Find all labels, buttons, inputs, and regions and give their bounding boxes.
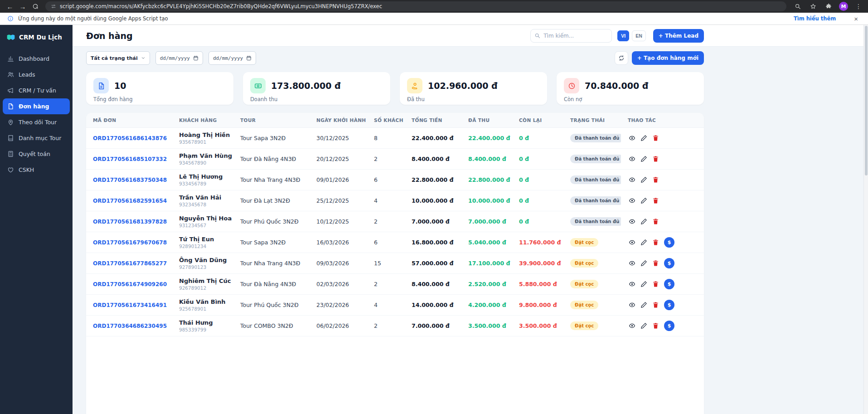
add-lead-button[interactable]: + Thêm Lead — [653, 29, 704, 43]
collect-payment-button[interactable]: $ — [664, 300, 674, 310]
view-button[interactable] — [628, 301, 636, 309]
departure-date: 23/02/2026 — [310, 302, 367, 308]
banner-close-icon[interactable]: × — [851, 14, 861, 24]
paid-amount: 22.400.000 đ — [461, 135, 512, 141]
view-button[interactable] — [628, 196, 636, 205]
profile-avatar[interactable]: M — [839, 2, 848, 11]
delete-button[interactable] — [651, 134, 660, 142]
learn-more-link[interactable]: Tìm hiểu thêm — [794, 15, 836, 22]
book-icon — [7, 135, 14, 141]
pencil-icon — [640, 239, 647, 246]
view-button[interactable] — [628, 259, 636, 268]
browser-forward-button[interactable]: → — [17, 1, 28, 12]
sidebar-item-settlement[interactable]: Quyết toán — [0, 146, 73, 162]
extensions-icon[interactable] — [824, 1, 834, 11]
dashboard-icon — [7, 55, 14, 62]
tour-name: Tour Nha Trang 4N3Đ — [233, 176, 310, 183]
edit-button[interactable] — [640, 134, 648, 142]
table-row: ORD1770561682591654 Trần Văn Hải 9323456… — [86, 190, 704, 211]
delete-button[interactable] — [651, 280, 660, 288]
browser-back-button[interactable]: ← — [5, 1, 15, 12]
delete-button[interactable] — [651, 217, 660, 226]
collect-payment-button[interactable]: $ — [664, 321, 674, 331]
brand: CRM Du Lịch — [0, 25, 73, 48]
bookmark-star-icon[interactable] — [808, 1, 818, 11]
zoom-icon[interactable] — [793, 1, 803, 11]
search-input[interactable] — [530, 29, 612, 43]
edit-button[interactable] — [640, 301, 648, 309]
sidebar-item-tour-tracking[interactable]: Theo dõi Tour — [0, 114, 73, 130]
edit-button[interactable] — [640, 280, 648, 288]
order-id-link[interactable]: ORD1770561673416491 — [93, 302, 167, 308]
delete-button[interactable] — [651, 321, 660, 330]
sidebar-item-cskh[interactable]: CSKH — [0, 162, 73, 178]
browser-reload-button[interactable] — [30, 1, 41, 12]
view-button[interactable] — [628, 217, 636, 226]
language-en-button[interactable]: EN — [632, 30, 646, 41]
guest-count: 15 — [367, 260, 405, 267]
edit-button[interactable] — [640, 238, 648, 247]
table-row: ORD1770561673416491 Kiều Văn Bình 925678… — [86, 295, 704, 316]
order-id-link[interactable]: ORD1770561674909260 — [93, 281, 167, 287]
total-amount: 7.000.000 đ — [405, 322, 461, 329]
column-header: THAO TÁC — [621, 113, 704, 127]
order-id-link[interactable]: ORD1770561677865277 — [93, 260, 167, 267]
sidebar-item-leads[interactable]: Leads — [0, 67, 73, 83]
view-button[interactable] — [628, 238, 636, 247]
site-settings-icon[interactable] — [51, 4, 56, 9]
language-vi-button[interactable]: VI — [617, 30, 629, 41]
date-from-input[interactable]: dd/mm/yyyy — [155, 51, 203, 65]
edit-button[interactable] — [640, 259, 648, 268]
paid-amount: 2.520.000 đ — [461, 281, 512, 287]
view-button[interactable] — [628, 321, 636, 330]
departure-date: 20/12/2025 — [310, 156, 367, 162]
edit-button[interactable] — [640, 196, 648, 205]
sidebar-item-orders[interactable]: Đơn hàng — [3, 98, 70, 114]
tour-name: Tour Đà Nẵng 4N3Đ — [233, 156, 310, 162]
edit-button[interactable] — [640, 175, 648, 184]
collect-payment-button[interactable]: $ — [664, 279, 674, 289]
view-button[interactable] — [628, 155, 636, 163]
create-order-button[interactable]: + Tạo đơn hàng mới — [632, 51, 704, 65]
order-id-link[interactable]: ORD1770561683750348 — [93, 177, 167, 183]
delete-button[interactable] — [651, 175, 660, 184]
address-bar[interactable]: script.google.com/macros/s/AKfycbzkc6cPV… — [45, 1, 786, 11]
view-button[interactable] — [628, 134, 636, 142]
order-id-link[interactable]: ORD1770561682591654 — [93, 198, 167, 204]
page-scrollbar[interactable] — [863, 25, 868, 414]
customer-phone: 932345678 — [179, 202, 233, 207]
sidebar-item-crm[interactable]: CRM / Tư vấn — [0, 83, 73, 98]
view-button[interactable] — [628, 175, 636, 184]
delete-button[interactable] — [651, 155, 660, 163]
refresh-button[interactable] — [615, 51, 628, 65]
delete-button[interactable] — [651, 301, 660, 309]
browser-menu-icon[interactable]: ⋮ — [853, 1, 863, 11]
edit-button[interactable] — [640, 217, 648, 226]
order-id-link[interactable]: ORD1770561681397828 — [93, 219, 167, 225]
collect-payment-button[interactable]: $ — [664, 237, 674, 248]
departure-date: 10/12/2025 — [310, 218, 367, 225]
sidebar-item-tour-catalog[interactable]: Danh mục Tour — [0, 130, 73, 146]
scrollbar-thumb[interactable] — [865, 26, 868, 175]
stat-card-revenue: 173.800.000 đ Doanh thu — [243, 72, 390, 105]
delete-button[interactable] — [651, 259, 660, 268]
status-badge: Đặt cọc — [570, 280, 598, 288]
trash-icon — [652, 260, 659, 267]
order-id-link[interactable]: ORD1770364686230495 — [93, 323, 167, 329]
view-button[interactable] — [628, 280, 636, 288]
delete-button[interactable] — [651, 238, 660, 247]
edit-button[interactable] — [640, 321, 648, 330]
banner-message: Ứng dụng này do một người dùng Google Ap… — [18, 15, 168, 22]
customer-name: Trần Văn Hải — [179, 194, 233, 201]
order-id-link[interactable]: ORD1770561686143876 — [93, 135, 167, 141]
order-id-link[interactable]: ORD1770561679670678 — [93, 239, 167, 246]
status-filter-select[interactable]: Tất cả trạng thái — [86, 51, 150, 65]
stat-value: 102.960.000 đ — [428, 81, 498, 91]
delete-button[interactable] — [651, 196, 660, 205]
sidebar-item-dashboard[interactable]: Dashboard — [0, 51, 73, 67]
date-to-input[interactable]: dd/mm/yyyy — [209, 51, 256, 65]
calculator-icon — [7, 151, 14, 157]
order-id-link[interactable]: ORD1770561685107332 — [93, 156, 167, 162]
edit-button[interactable] — [640, 155, 648, 163]
collect-payment-button[interactable]: $ — [664, 258, 674, 268]
